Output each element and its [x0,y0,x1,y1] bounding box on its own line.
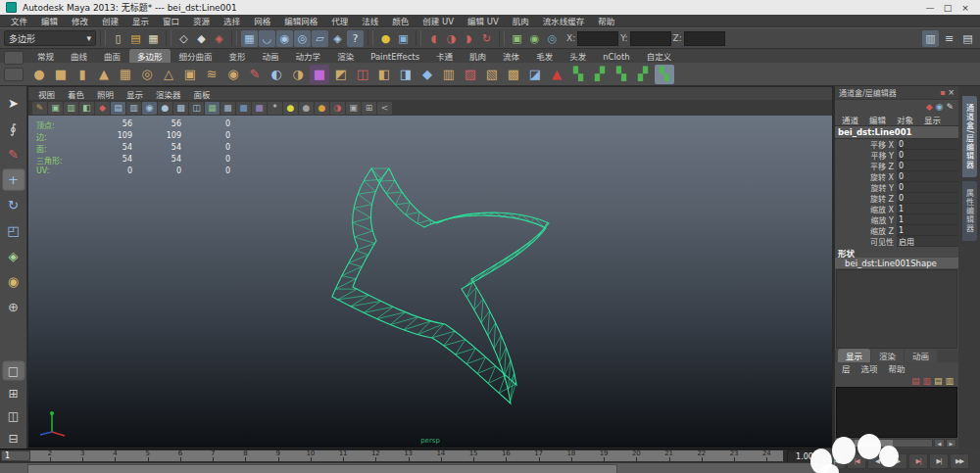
menu-set-dropdown[interactable]: 多边形 ▾ [4,30,96,46]
shelf-tab-2[interactable]: 曲面 [96,49,128,63]
textured-cube-icon[interactable]: ■ [252,102,267,115]
layer-tab-2[interactable]: 动画 [905,349,937,362]
duplicate-face-icon[interactable]: ▩ [504,65,523,84]
image-plane-icon[interactable]: ▤ [111,102,125,115]
minimize-button[interactable]: — [921,1,939,14]
menu-item-2[interactable]: 修改 [65,15,95,26]
menu-item-9[interactable]: 编辑网格 [277,15,324,26]
channel-value-field[interactable]: 1 [897,225,958,236]
menu-item-5[interactable]: 窗口 [156,15,186,26]
shelf-tab-6[interactable]: 动画 [255,49,287,63]
bookmark-icon[interactable]: ◆ [95,102,110,115]
lock-selection-icon[interactable]: ● [377,30,394,47]
channel-row-9[interactable]: 可见性 启用 [835,236,958,247]
timeline-frame-4[interactable]: 5 [131,450,164,461]
uv-automatic-mapping-icon[interactable]: ▚ [612,65,631,84]
channel-row-6[interactable]: 缩放 X 1 [835,204,958,214]
bridge-icon[interactable]: ◫ [353,65,372,84]
status-group-separator[interactable] [499,30,505,46]
sidebar-vertical-tab-0[interactable]: 通道盒/层编辑器 [962,96,977,177]
textured-display-icon[interactable]: ▦ [205,102,220,115]
range-slider-handle[interactable] [27,464,617,473]
poly-plane-icon[interactable]: ▦ [116,65,135,84]
timeline-frame-17[interactable]: 18 [555,450,587,461]
close-button[interactable]: × [956,1,974,14]
field-chart-icon[interactable]: ⊞ [362,102,376,115]
shape-node-name[interactable]: bei_dst:Line001Shape [835,258,958,268]
viewport-canvas[interactable]: 顶点: 56 56 0 边: 109 109 0 面: 54 54 0 [28,116,832,448]
y-coordinate-input[interactable] [630,31,671,46]
make-object-live-icon[interactable]: ◈ [329,30,346,47]
snap-to-curve-icon[interactable]: ◡ [259,30,275,47]
show-manipulator-tool[interactable]: ⊕ [2,296,25,318]
channel-value-field[interactable]: 1 [897,214,958,225]
timeline-frame-1[interactable]: 2 [33,450,66,461]
dock-panel-icon[interactable]: ▪ [940,88,945,97]
channel-row-7[interactable]: 缩放 Y 1 [835,214,958,225]
layer-list[interactable] [836,387,957,438]
multi-pane-icon[interactable]: < [377,102,392,115]
channel-box-menu-item-3[interactable]: 显示 [919,114,946,125]
timeline-frame-7[interactable]: 8 [229,450,262,461]
cube-map-icon[interactable]: ■ [220,102,235,115]
timeline-frame-3[interactable]: 4 [99,450,131,461]
timeline-frame-6[interactable]: 7 [197,450,229,461]
insert-edge-loop-icon[interactable]: ▥ [439,65,459,84]
use-default-material-icon[interactable]: ● [158,102,172,115]
channel-value-field[interactable]: 0 [897,171,958,182]
channel-value-field[interactable]: 0 [897,193,958,204]
channel-row-0[interactable]: 平移 X 0 [835,139,958,150]
combine-icon[interactable]: ◐ [267,65,286,84]
select-tool[interactable]: ➤ [2,92,25,115]
channel-box-menu-item-1[interactable]: 编辑 [864,114,891,125]
rotate-tool[interactable]: ↻ [2,194,25,216]
timeline-frame-13[interactable]: 14 [424,450,457,461]
output-connections-icon[interactable]: ◗ [461,30,477,47]
step-forward-one-frame-button[interactable]: ▶| [929,453,949,469]
time-slider[interactable]: 1 2 3 4 5 6 7 8 [0,449,784,462]
layer-menu-item-1[interactable]: 选项 [857,362,883,374]
scale-tool[interactable]: ◰ [2,219,25,242]
ipr-render-icon[interactable]: ◎ [544,30,561,47]
bevel-icon[interactable]: ◨ [396,65,416,84]
last-tool-used[interactable] [2,321,25,344]
snap-to-grid-icon[interactable]: ▦ [241,30,258,47]
menu-item-0[interactable]: 文件 [4,15,34,26]
paint-select-tool[interactable]: ✎ [2,143,25,166]
channel-value-field[interactable]: 0 [897,150,958,161]
channel-row-2[interactable]: 平移 Z 0 [835,161,958,171]
poly-helix-icon[interactable]: ≋ [202,65,221,84]
menu-item-1[interactable]: 编辑 [34,15,65,26]
lasso-select-tool[interactable]: ∮ [2,118,25,140]
shelf-tab-5[interactable]: 变形 [221,49,254,63]
go-to-end-button[interactable]: ▶▶ [950,453,969,469]
shelf-tab-15[interactable]: nCloth [595,51,638,63]
status-group-separator[interactable] [231,30,237,46]
merge-vertices-icon[interactable]: ◧ [374,65,394,84]
gate-mask-icon[interactable]: ▣ [346,102,361,115]
shelf-tab-switcher[interactable] [2,51,25,84]
maximize-button[interactable]: □ [939,1,956,14]
menu-item-3[interactable]: 创建 [95,15,125,26]
menu-item-10[interactable]: 代理 [324,15,355,26]
x-coordinate-input[interactable] [577,31,618,46]
universal-manipulator-tool[interactable]: ◈ [2,245,25,267]
mirror-geometry-icon[interactable]: ◪ [525,65,545,84]
extrude-icon[interactable]: ◩ [331,65,351,84]
viewport-menu-item-2[interactable]: 照明 [91,88,120,100]
close-panel-icon[interactable]: × [948,88,955,97]
z-coordinate-input[interactable] [684,31,725,46]
menu-item-7[interactable]: 选择 [217,15,247,26]
menu-item-13[interactable]: 创建 UV [416,15,461,26]
select-by-object-icon[interactable]: ◆ [193,30,210,47]
wireframe-display-icon[interactable]: ▥ [126,102,141,115]
snap-to-view-plane-icon[interactable]: ▱ [312,30,328,47]
sidebar-vertical-tab-1[interactable]: 属性编辑器 [962,181,977,241]
separate-icon[interactable]: ◑ [288,65,308,84]
layer-menu-item-2[interactable]: 帮助 [884,362,910,374]
open-render-view-icon[interactable]: ▣ [509,30,525,47]
menu-item-17[interactable]: 帮助 [591,15,621,26]
layer-new-icon[interactable]: ▤ [934,376,943,386]
timeline-frame-12[interactable]: 13 [392,450,424,461]
cut-faces-icon[interactable]: ▧ [482,65,502,84]
